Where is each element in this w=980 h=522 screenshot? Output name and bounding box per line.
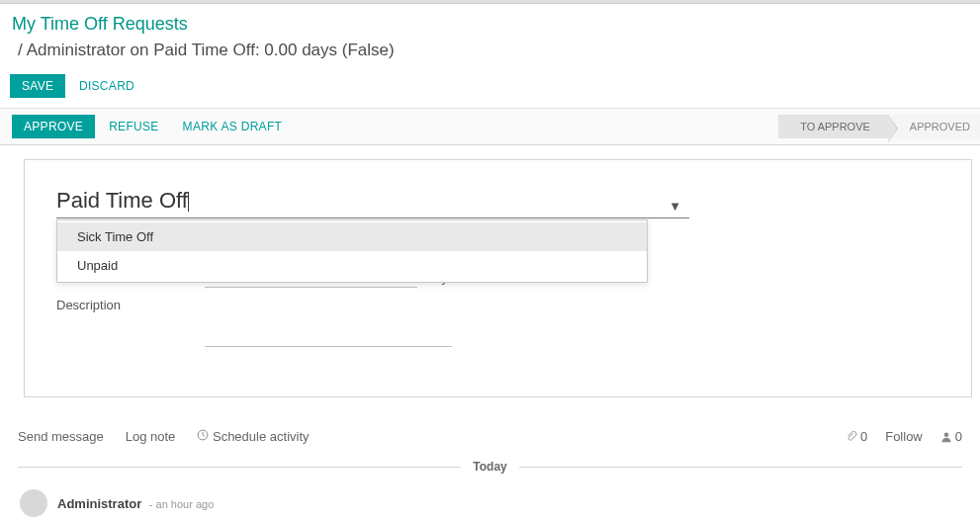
send-message-button[interactable]: Send message (18, 429, 104, 444)
stage-approved[interactable]: APPROVED (888, 115, 980, 138)
message-author[interactable]: Administrator (57, 496, 141, 511)
followers-count[interactable]: 0 (940, 429, 962, 444)
avatar (20, 489, 47, 517)
divider-line (18, 467, 461, 468)
breadcrumb: /Administrator on Paid Time Off: 0.00 da… (12, 41, 968, 60)
attachments-count-value: 0 (860, 429, 867, 444)
schedule-activity-button[interactable]: Schedule activity (197, 429, 309, 444)
breadcrumb-slash: / (18, 41, 23, 59)
schedule-activity-label: Schedule activity (213, 429, 310, 444)
stage-to-approve-label: TO APPROVE (800, 121, 870, 132)
approve-button[interactable]: APPROVE (12, 115, 95, 138)
mark-draft-button[interactable]: MARK AS DRAFT (173, 115, 293, 138)
follow-button[interactable]: Follow (885, 429, 923, 444)
page-title-link[interactable]: My Time Off Requests (12, 14, 968, 35)
message-row: Administrator - an hour ago (18, 485, 962, 521)
user-icon (940, 431, 952, 443)
breadcrumb-text: Administrator on Paid Time Off: 0.00 day… (27, 41, 395, 59)
stage-approved-label: APPROVED (910, 121, 970, 132)
discard-button[interactable]: DISCARD (69, 74, 144, 98)
divider-line (519, 467, 962, 468)
message-time: - an hour ago (149, 498, 214, 510)
attachments-count[interactable]: 0 (846, 429, 867, 444)
dropdown-option-sick[interactable]: Sick Time Off (57, 222, 647, 251)
time-off-type-select[interactable]: Paid Time Off ▼ (56, 184, 689, 218)
description-label: Description (56, 298, 205, 312)
form-sheet: Paid Time Off ▼ Sick Time Off Unpaid Dur… (24, 159, 972, 397)
today-label: Today (461, 460, 518, 474)
time-off-type-value: Paid Time Off (56, 188, 188, 214)
log-note-button[interactable]: Log note (126, 429, 176, 444)
refuse-button[interactable]: REFUSE (99, 115, 168, 138)
description-input[interactable] (205, 298, 452, 347)
clock-icon (197, 429, 209, 441)
chevron-down-icon[interactable]: ▼ (668, 199, 681, 214)
save-button[interactable]: SAVE (10, 74, 65, 98)
dropdown-option-unpaid[interactable]: Unpaid (57, 251, 647, 280)
paperclip-icon (846, 431, 857, 443)
svg-point-1 (944, 432, 949, 437)
time-off-type-dropdown: Sick Time Off Unpaid (56, 219, 648, 283)
followers-count-value: 0 (955, 429, 962, 444)
stage-to-approve[interactable]: TO APPROVE (778, 115, 888, 138)
